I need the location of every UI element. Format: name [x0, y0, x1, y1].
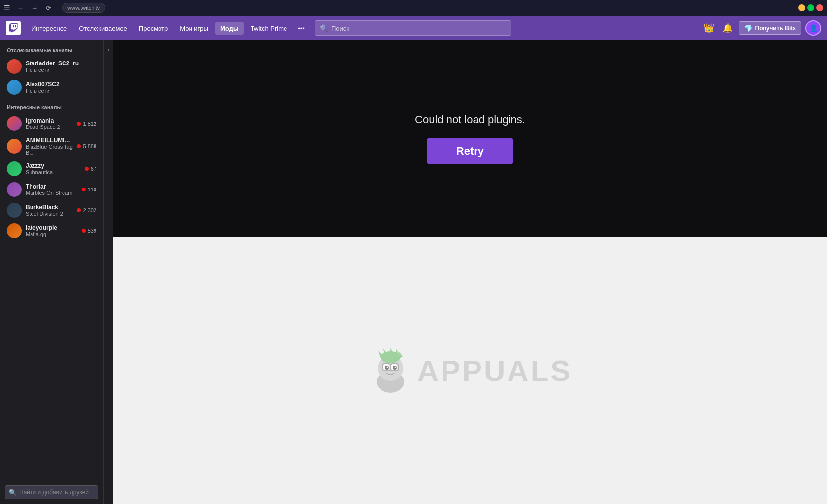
igromania-avatar — [7, 116, 22, 131]
user-avatar[interactable]: 👤 — [805, 20, 821, 36]
sidebar-bottom: 🔍 — [0, 480, 103, 504]
hamburger-icon[interactable]: ☰ — [4, 4, 10, 12]
find-friends-input[interactable] — [5, 485, 98, 499]
starladder-info: Starladder_SC2_ru Не в сети — [26, 60, 96, 73]
content-area: Could not load plugins. Retry — [113, 40, 827, 504]
appuals-text: APPUALS — [417, 354, 573, 388]
nav-item-browse[interactable]: Просмотр — [134, 22, 173, 35]
anime-game: BlazBlue Cross Tag B... — [26, 144, 73, 156]
crown-icon-button[interactable]: 👑 — [701, 21, 716, 35]
jazzzy-game: Subnautica — [26, 169, 81, 175]
thorlar-game: Marbles On Stream — [26, 190, 78, 196]
anime-avatar — [7, 139, 22, 154]
thorlar-viewers: 119 — [88, 187, 96, 192]
igromania-name: Igromania — [26, 117, 73, 124]
find-friends-wrap: 🔍 — [5, 485, 98, 499]
appuals-mascot-svg — [368, 347, 413, 394]
watermark-area: APPUALS — [113, 237, 827, 504]
nav-right: 👑 🔔 💎 Получить Bits 👤 — [701, 20, 821, 36]
search-input[interactable] — [331, 25, 506, 32]
sidebar: Отслеживаемые каналы Starladder_SC2_ru Н… — [0, 40, 103, 504]
anime-live-dot — [77, 144, 81, 148]
get-bits-button[interactable]: 💎 Получить Bits — [739, 21, 801, 35]
following-section-title: Отслеживаемые каналы — [0, 40, 103, 56]
retry-button[interactable]: Retry — [427, 138, 513, 164]
sidebar-channel-igromania[interactable]: Igromania Dead Space 2 1 812 — [0, 113, 103, 134]
close-button[interactable] — [816, 4, 823, 11]
top-nav: Интересное Отслеживаемое Просмотр Мои иг… — [0, 16, 827, 40]
title-bar: ☰ ← → ⟳ www.twitch.tv — [0, 0, 827, 16]
nav-item-mods[interactable]: Моды — [215, 22, 244, 35]
iate-game: Mafia.gg — [26, 231, 78, 237]
igromania-game: Dead Space 2 — [26, 124, 73, 130]
thorlar-name: Thorlar — [26, 183, 78, 190]
appuals-logo: APPUALS — [368, 347, 573, 394]
burke-viewers: 2 302 — [83, 207, 96, 213]
sidebar-channel-thorlar[interactable]: Thorlar Marbles On Stream 119 — [0, 179, 103, 200]
svg-point-12 — [386, 366, 388, 368]
iate-name: iateyourpie — [26, 224, 78, 231]
alex-status: Не в сети — [26, 88, 96, 94]
sidebar-channel-burke[interactable]: BurkeBlack Steel Division 2 2 302 — [0, 200, 103, 220]
jazzzy-viewers: 67 — [91, 166, 96, 172]
svg-point-13 — [394, 366, 396, 368]
igromania-viewers: 1 812 — [83, 121, 96, 126]
notifications-button[interactable]: 🔔 — [720, 21, 735, 35]
starladder-avatar — [7, 59, 22, 74]
burke-info: BurkeBlack Steel Division 2 — [26, 204, 73, 217]
video-container: Could not load plugins. Retry — [113, 40, 827, 237]
anime-info: ANIMEILLUMINATI BlazBlue Cross Tag B... — [26, 137, 73, 156]
starladder-status: Не в сети — [26, 67, 96, 73]
thorlar-stats: 119 — [82, 187, 96, 192]
error-message: Could not load plugins. — [415, 113, 525, 126]
thorlar-avatar — [7, 182, 22, 197]
anime-name: ANIMEILLUMINATI — [26, 137, 73, 144]
alex-name: Alex007SC2 — [26, 81, 96, 88]
sidebar-channel-starladder[interactable]: Starladder_SC2_ru Не в сети — [0, 56, 103, 77]
main-layout: Отслеживаемые каналы Starladder_SC2_ru Н… — [0, 40, 827, 504]
jazzzy-stats: 67 — [85, 166, 96, 172]
nav-item-prime[interactable]: Twitch Prime — [246, 22, 292, 35]
nav-item-following[interactable]: Отслеживаемое — [74, 22, 132, 35]
burke-stats: 2 302 — [77, 207, 96, 213]
search-bar[interactable]: 🔍 — [315, 20, 511, 36]
find-friends-icon: 🔍 — [9, 489, 17, 496]
minimize-button[interactable] — [798, 4, 805, 11]
url-bar[interactable]: www.twitch.tv — [62, 3, 105, 13]
igromania-live-dot — [77, 122, 81, 126]
igromania-info: Igromania Dead Space 2 — [26, 117, 73, 130]
sidebar-channel-anime[interactable]: ANIMEILLUMINATI BlazBlue Cross Tag B... … — [0, 134, 103, 158]
maximize-button[interactable] — [807, 4, 814, 11]
forward-button[interactable]: → — [29, 3, 41, 13]
starladder-name: Starladder_SC2_ru — [26, 60, 96, 67]
burke-game: Steel Division 2 — [26, 211, 73, 217]
sidebar-channel-iate[interactable]: iateyourpie Mafia.gg 539 — [0, 220, 103, 241]
chevron-left-icon: ‹ — [108, 46, 110, 53]
refresh-button[interactable]: ⟳ — [43, 3, 54, 13]
nav-item-mygames[interactable]: Мои игры — [175, 22, 213, 35]
alex-info: Alex007SC2 Не в сети — [26, 81, 96, 94]
sidebar-collapse-button[interactable]: ‹ — [103, 40, 113, 504]
jazzzy-info: Jazzzy Subnautica — [26, 162, 81, 175]
burke-avatar — [7, 203, 22, 218]
error-content: Could not load plugins. Retry — [415, 113, 525, 164]
get-bits-label: Получить Bits — [755, 25, 796, 32]
sidebar-channel-alex[interactable]: Alex007SC2 Не в сети — [0, 77, 103, 97]
jazzzy-live-dot — [85, 167, 89, 171]
thorlar-live-dot — [82, 188, 86, 191]
bits-icon: 💎 — [744, 24, 753, 32]
search-icon: 🔍 — [320, 24, 328, 32]
igromania-stats: 1 812 — [77, 121, 96, 126]
anime-stats: 5 888 — [77, 143, 96, 149]
twitch-logo[interactable] — [6, 21, 21, 35]
nav-item-interesting[interactable]: Интересное — [27, 22, 72, 35]
burke-name: BurkeBlack — [26, 204, 73, 211]
sidebar-channel-jazzzy[interactable]: Jazzzy Subnautica 67 — [0, 158, 103, 179]
url-text: www.twitch.tv — [67, 5, 100, 11]
alex-avatar — [7, 80, 22, 94]
burke-live-dot — [77, 208, 81, 212]
thorlar-info: Thorlar Marbles On Stream — [26, 183, 78, 196]
nav-more-button[interactable]: ••• — [294, 22, 309, 35]
back-button[interactable]: ← — [14, 3, 27, 13]
iate-viewers: 539 — [88, 228, 96, 234]
